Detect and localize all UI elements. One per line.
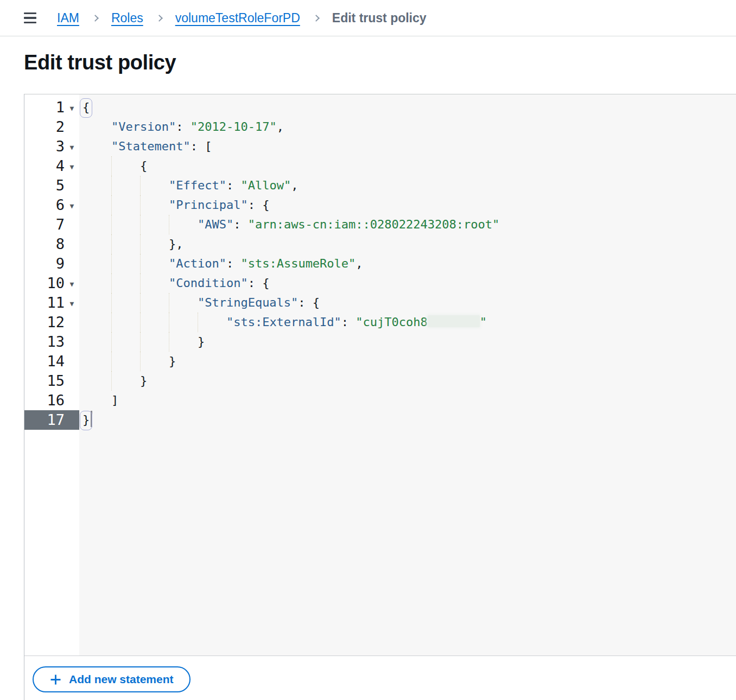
json-value: "Allow"	[240, 179, 291, 192]
json-key: "Effect"	[169, 179, 226, 192]
line-number: 10	[24, 273, 65, 293]
line-number-gutter[interactable]: 5	[24, 176, 79, 195]
code-line: 14 }	[24, 352, 736, 371]
indent-guide	[140, 273, 141, 293]
json-punctuation: ,	[356, 257, 363, 270]
line-number: 15	[24, 371, 65, 391]
line-number: 2	[24, 117, 65, 137]
indent-guide	[111, 371, 112, 391]
indent-guide	[169, 293, 169, 313]
breadcrumb-item-roles[interactable]: Roles	[111, 11, 143, 26]
code-line-content[interactable]: }	[79, 410, 736, 430]
code-line-content[interactable]: }	[79, 371, 736, 391]
line-number-gutter[interactable]: 14	[24, 352, 79, 371]
indent-guide	[140, 352, 141, 371]
line-number: 1	[24, 98, 65, 117]
line-number-gutter[interactable]: 8	[24, 234, 79, 254]
code-line-content[interactable]: "Action": "sts:AssumeRole",	[79, 254, 736, 273]
code-line-content[interactable]: {	[79, 156, 736, 176]
breadcrumb-chevron-icon	[92, 15, 99, 22]
json-value: "arn:aws-cn:iam::028022243208:root"	[248, 218, 500, 231]
fold-arrow-empty	[65, 380, 79, 382]
indent-guide	[111, 313, 112, 332]
fold-arrow-empty	[65, 400, 79, 402]
line-number-gutter[interactable]: 15	[24, 371, 79, 391]
redacted-text	[428, 315, 480, 327]
line-number: 14	[24, 352, 65, 371]
code-line-content[interactable]: "Version": "2012-10-17",	[79, 117, 736, 137]
fold-arrow-icon[interactable]: ▼	[65, 200, 79, 210]
code-line: 8 },	[24, 234, 736, 254]
json-punctuation: ,	[291, 179, 298, 192]
indent-guide	[140, 195, 141, 215]
editor-rows: 1▼{2 "Version": "2012-10-17",3▼ "Stateme…	[24, 98, 736, 430]
indent-guide	[111, 293, 112, 313]
code-line: 5 "Effect": "Allow",	[24, 176, 736, 195]
fold-arrow-empty	[65, 263, 79, 265]
line-number: 9	[24, 254, 65, 273]
code-line: 10▼ "Condition": {	[24, 273, 736, 293]
code-line-content[interactable]: "Effect": "Allow",	[79, 176, 736, 195]
code-line-content[interactable]: "StringEquals": {	[79, 293, 736, 313]
code-line-content[interactable]: "sts:ExternalId": "cujT0coh8"	[79, 313, 736, 332]
indent-guide	[111, 254, 112, 273]
line-number-gutter[interactable]: 16	[24, 391, 79, 410]
indent-guide	[111, 156, 112, 176]
code-line-content[interactable]: "AWS": "arn:aws-cn:iam::028022243208:roo…	[79, 215, 736, 234]
line-number-gutter[interactable]: 13	[24, 332, 79, 352]
fold-arrow-icon[interactable]: ▼	[65, 142, 79, 151]
matched-bracket: {	[83, 100, 90, 114]
indent-guide	[169, 332, 169, 352]
line-number-gutter[interactable]: 11▼	[24, 293, 79, 313]
fold-arrow-icon[interactable]: ▼	[65, 103, 79, 112]
add-new-statement-button[interactable]: Add new statement	[33, 666, 191, 692]
code-line: 6▼ "Principal": {	[24, 195, 736, 215]
line-number: 3	[24, 137, 65, 156]
code-line-content[interactable]: {	[79, 98, 736, 117]
json-punctuation: :	[226, 179, 241, 192]
code-line-content[interactable]: "Principal": {	[79, 195, 736, 215]
code-line-content[interactable]: "Condition": {	[79, 273, 736, 293]
line-number-gutter[interactable]: 3▼	[24, 137, 79, 156]
code-editor-area[interactable]: 1▼{2 "Version": "2012-10-17",3▼ "Stateme…	[24, 94, 736, 656]
breadcrumb-item-iam[interactable]: IAM	[57, 11, 79, 26]
code-line-content[interactable]: "Statement": [	[79, 137, 736, 156]
json-key: "Statement"	[111, 139, 191, 153]
fold-arrow-empty	[65, 341, 79, 343]
plus-icon	[49, 673, 62, 686]
code-line-content[interactable]: },	[79, 234, 736, 254]
line-number-gutter[interactable]: 17	[24, 410, 79, 430]
indent-guide	[140, 332, 141, 352]
code-line-content[interactable]: }	[79, 332, 736, 352]
code-line: 13 }	[24, 332, 736, 352]
line-number-gutter[interactable]: 7	[24, 215, 79, 234]
fold-arrow-icon[interactable]: ▼	[65, 278, 79, 288]
line-number-gutter[interactable]: 1▼	[24, 98, 79, 117]
line-number-gutter[interactable]: 9	[24, 254, 79, 273]
indent-guide	[111, 234, 112, 254]
line-number-gutter[interactable]: 10▼	[24, 273, 79, 293]
fold-arrow-icon[interactable]: ▼	[65, 161, 79, 171]
breadcrumb: IAMRolesvolumeTestRoleForPDEdit trust po…	[57, 11, 427, 26]
indent-guide	[140, 254, 141, 273]
line-number-gutter[interactable]: 2	[24, 117, 79, 137]
line-number-gutter[interactable]: 6▼	[24, 195, 79, 215]
json-value: "	[480, 315, 487, 329]
code-line: 4▼ {	[24, 156, 736, 176]
breadcrumb-item-volumetestroleforpd[interactable]: volumeTestRoleForPD	[175, 11, 300, 26]
code-line: 12 "sts:ExternalId": "cujT0coh8"	[24, 313, 736, 332]
line-number-gutter[interactable]: 4▼	[24, 156, 79, 176]
editor-footer: Add new statement	[24, 656, 736, 700]
indent-guide	[198, 313, 198, 332]
line-number: 16	[24, 391, 65, 410]
json-punctuation: :	[341, 315, 356, 329]
code-line-content[interactable]: }	[79, 352, 736, 371]
indent-guide	[169, 215, 169, 234]
line-number: 5	[24, 176, 65, 195]
line-number-gutter[interactable]: 12	[24, 313, 79, 332]
code-line: 9 "Action": "sts:AssumeRole",	[24, 254, 736, 273]
fold-arrow-icon[interactable]: ▼	[65, 298, 79, 308]
hamburger-icon[interactable]	[24, 12, 37, 24]
code-line-content[interactable]: ]	[79, 391, 736, 410]
json-key: "Condition"	[169, 276, 248, 290]
